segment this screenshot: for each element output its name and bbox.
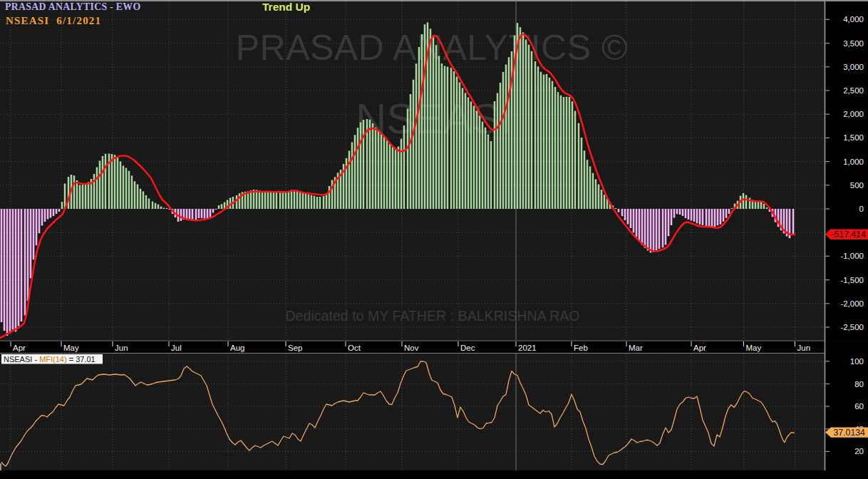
svg-text:-2,000: -2,000	[840, 299, 864, 308]
svg-text:NSEASI 6/1/2021: NSEASI 6/1/2021	[6, 15, 101, 26]
svg-text:2,500: 2,500	[843, 86, 864, 95]
svg-text:3,000: 3,000	[843, 63, 864, 71]
svg-text:1,500: 1,500	[843, 133, 864, 142]
svg-text:60: 60	[854, 402, 864, 411]
svg-text:Feb: Feb	[574, 344, 588, 352]
svg-text:May: May	[63, 344, 79, 352]
svg-text:2,000: 2,000	[843, 110, 864, 118]
svg-text:-2,500: -2,500	[840, 323, 864, 331]
svg-text:4,000: 4,000	[843, 15, 864, 24]
svg-text:37.0134: 37.0134	[834, 428, 866, 438]
svg-text:2021: 2021	[518, 344, 537, 352]
svg-text:Oct: Oct	[348, 344, 361, 352]
svg-text:Trend Up: Trend Up	[262, 1, 310, 13]
svg-text:1,000: 1,000	[843, 158, 864, 166]
svg-text:PRASAD ANALYTICS - EWO: PRASAD ANALYTICS - EWO	[5, 1, 140, 12]
svg-text:Jun: Jun	[797, 344, 811, 352]
svg-text:PRASAD ANALYTICS ©: PRASAD ANALYTICS ©	[236, 28, 629, 68]
svg-text:Jul: Jul	[171, 344, 182, 352]
svg-text:Dedicated to MY FATHER : BALKR: Dedicated to MY FATHER : BALKRISHNA RAO	[285, 308, 579, 324]
svg-text:Nov: Nov	[404, 344, 419, 352]
svg-text:Mar: Mar	[629, 344, 643, 352]
svg-text:NSEASI - MFI(14) = 37.01: NSEASI - MFI(14) = 37.01	[4, 355, 95, 364]
svg-text:500: 500	[850, 181, 864, 190]
svg-text:20: 20	[854, 447, 864, 455]
svg-text:100: 100	[850, 357, 864, 366]
svg-text:Apr: Apr	[693, 344, 706, 352]
svg-text:Sep: Sep	[288, 344, 302, 352]
svg-text:3,500: 3,500	[843, 39, 864, 48]
svg-text:May: May	[746, 344, 762, 352]
svg-text:Jun: Jun	[115, 344, 128, 352]
svg-text:-1,500: -1,500	[840, 276, 864, 284]
svg-text:80: 80	[854, 380, 864, 388]
svg-text:Dec: Dec	[460, 344, 475, 352]
svg-text:Apr: Apr	[13, 344, 26, 352]
svg-text:0: 0	[859, 205, 864, 213]
svg-text:-517.414: -517.414	[832, 230, 867, 240]
svg-text:Aug: Aug	[230, 344, 244, 352]
svg-text:-1,000: -1,000	[840, 252, 864, 260]
